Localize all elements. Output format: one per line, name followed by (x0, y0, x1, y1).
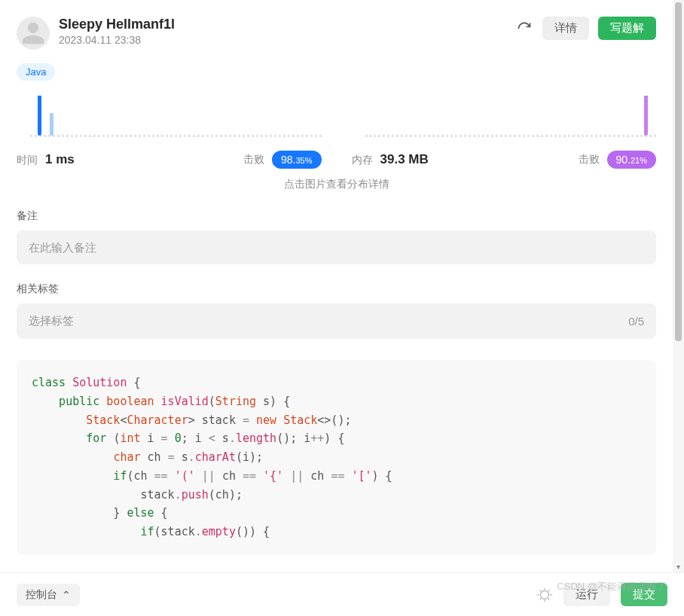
header-actions: 详情 写题解 (515, 17, 656, 40)
header: Sleepy Hellmanf1l 2023.04.11 23:38 详情 写题… (17, 17, 656, 50)
memory-stat-row: 内存 39.3 MB 击败 90.21% (352, 151, 657, 169)
time-beats-label: 击败 (243, 153, 264, 166)
refresh-icon[interactable] (515, 20, 533, 38)
svg-point-0 (541, 590, 549, 599)
code-panel[interactable]: class Solution { public boolean isValid(… (17, 360, 656, 555)
profile-block: Sleepy Hellmanf1l 2023.04.11 23:38 (17, 17, 175, 50)
memory-value: 39.3 MB (380, 152, 429, 167)
remarks-input[interactable] (17, 230, 656, 264)
memory-chart[interactable] (352, 96, 657, 137)
bug-icon[interactable] (536, 587, 553, 603)
console-toggle[interactable]: 控制台 ⌃ (17, 584, 80, 606)
tag-count: 0/5 (628, 315, 644, 328)
write-solution-button[interactable]: 写题解 (598, 17, 656, 40)
related-tags-label: 相关标签 (17, 282, 656, 296)
tag-select[interactable]: 选择标签 0/5 (17, 303, 656, 339)
chevron-up-icon: ⌃ (62, 589, 71, 601)
memory-percent-pill: 90.21% (607, 151, 657, 169)
language-tag-java[interactable]: Java (17, 63, 55, 81)
scrollbar-track[interactable]: ▴ ▾ (673, 0, 684, 572)
submit-button[interactable]: 提交 (621, 583, 667, 606)
time-value: 1 ms (45, 152, 75, 167)
time-label: 时间 (17, 154, 38, 167)
time-stat[interactable]: 时间 1 ms 击败 98.35% (17, 96, 322, 169)
avatar[interactable] (17, 17, 50, 50)
chart-baseline (30, 135, 322, 137)
tag-select-placeholder: 选择标签 (29, 314, 74, 328)
memory-beats-label: 击败 (579, 153, 600, 166)
run-button[interactable]: 运行 (563, 583, 610, 606)
footer-actions: 运行 提交 (536, 583, 667, 606)
memory-label: 内存 (352, 154, 373, 167)
scroll-down-icon[interactable]: ▾ (673, 561, 684, 572)
chart-hint: 点击图片查看分布详情 (17, 178, 656, 191)
username[interactable]: Sleepy Hellmanf1l (59, 17, 175, 32)
footer-bar: 控制台 ⌃ 运行 提交 (0, 572, 684, 616)
timestamp: 2023.04.11 23:38 (59, 34, 175, 46)
time-stat-row: 时间 1 ms 击败 98.35% (17, 151, 322, 169)
stats-panel: 时间 1 ms 击败 98.35% 内存 39.3 MB 击 (17, 96, 656, 169)
time-percent-pill: 98.35% (272, 151, 322, 169)
time-bar-main (38, 96, 41, 136)
memory-bar-main (644, 96, 648, 136)
chart-baseline (365, 135, 657, 137)
scrollbar-thumb[interactable] (675, 2, 682, 341)
profile-text: Sleepy Hellmanf1l 2023.04.11 23:38 (59, 17, 175, 46)
time-chart[interactable] (17, 96, 322, 137)
time-bar-secondary (50, 113, 53, 136)
console-label: 控制台 (26, 588, 57, 602)
details-button[interactable]: 详情 (542, 17, 589, 40)
remarks-label: 备注 (17, 209, 656, 223)
main-content: Sleepy Hellmanf1l 2023.04.11 23:38 详情 写题… (0, 0, 673, 572)
language-tags: Java (17, 63, 656, 81)
memory-stat[interactable]: 内存 39.3 MB 击败 90.21% (352, 96, 657, 169)
